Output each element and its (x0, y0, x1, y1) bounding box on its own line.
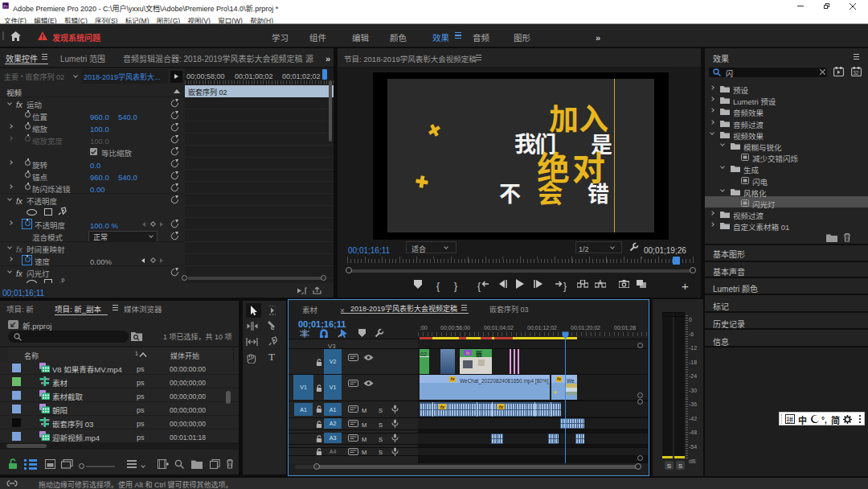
svg-text:32: 32 (853, 70, 859, 76)
